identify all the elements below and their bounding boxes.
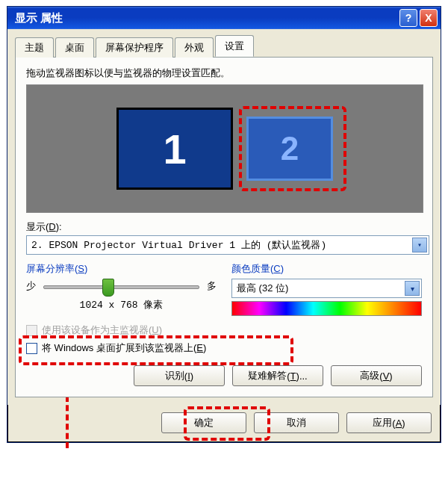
- primary-monitor-checkbox: 使用该设备作为主监视器(U): [26, 323, 422, 337]
- help-icon: ?: [405, 12, 412, 24]
- display-field: 显示(D): 2. EPSON Projector Virtual Driver…: [26, 220, 422, 255]
- tab-appearance-label: 外观: [184, 42, 204, 53]
- extend-desktop-label: 将 Windows 桌面扩展到该监视器上(E): [42, 341, 206, 355]
- primary-monitor-label: 使用该设备作为主监视器(U): [42, 323, 162, 337]
- extend-desktop-label-text: 将 Windows 桌面扩展到该监视器上: [42, 342, 193, 353]
- tab-theme-label: 主题: [25, 42, 44, 53]
- troubleshoot-button[interactable]: 疑难解答(T)...: [232, 365, 323, 386]
- resolution-value: 1024 x 768 像素: [26, 298, 217, 311]
- color-title-text: 颜色质量: [231, 263, 270, 274]
- color-spectrum: [231, 301, 422, 316]
- close-button[interactable]: X: [420, 9, 438, 27]
- tab-appearance[interactable]: 外观: [175, 37, 214, 58]
- resolution-title-text: 屏幕分辨率: [26, 263, 75, 274]
- monitor-2-label: 2: [281, 130, 299, 167]
- identify-button[interactable]: 识别(I): [134, 365, 225, 386]
- help-button[interactable]: ?: [399, 9, 417, 27]
- resolution-hotkey: S: [78, 263, 84, 274]
- color-quality-select[interactable]: 最高 (32 位) ▾: [231, 279, 422, 298]
- tabstrip: 主题 桌面 屏幕保护程序 外观 设置: [15, 35, 433, 57]
- tab-screensaver-label: 屏幕保护程序: [105, 42, 164, 53]
- resolution-more-label: 多: [207, 279, 217, 293]
- tab-screensaver[interactable]: 屏幕保护程序: [96, 37, 173, 58]
- checkbox-box-disabled: [26, 325, 37, 336]
- color-hotkey: C: [273, 263, 280, 274]
- tab-theme[interactable]: 主题: [15, 37, 54, 58]
- display-label-text: 显示: [26, 221, 46, 232]
- checkbox-box[interactable]: [26, 343, 37, 354]
- troubleshoot-hotkey: T: [290, 371, 296, 382]
- monitor-1-label: 1: [163, 125, 186, 173]
- display-hotkey: D: [49, 221, 55, 232]
- chevron-down-icon: ▾: [412, 238, 427, 252]
- monitor-preview: 1 2: [26, 84, 423, 213]
- resolution-less-label: 少: [26, 279, 36, 293]
- advanced-hotkey: V: [383, 371, 390, 382]
- window-title: 显示 属性: [15, 11, 63, 25]
- resolution-title: 屏幕分辨率(S): [26, 262, 217, 276]
- tab-settings-label: 设置: [225, 40, 244, 52]
- extend-desktop-checkbox[interactable]: 将 Windows 桌面扩展到该监视器上(E): [26, 341, 422, 355]
- display-select-value: 2. EPSON Projector Virtual Driver 1 上的 (…: [31, 238, 412, 252]
- monitor-1[interactable]: 1: [116, 108, 233, 190]
- primary-monitor-label-text: 使用该设备作为主监视器: [42, 324, 149, 335]
- resolution-slider-row: 少 多: [26, 279, 217, 294]
- cancel-button-label: 取消: [287, 416, 306, 430]
- tab-settings[interactable]: 设置: [215, 35, 254, 57]
- apply-button-label: 应用: [373, 416, 392, 430]
- monitor-2[interactable]: 2: [246, 117, 333, 181]
- cancel-button[interactable]: 取消: [254, 412, 339, 433]
- instruction-text: 拖动监视器图标以便与监视器的物理设置匹配。: [26, 66, 422, 80]
- advanced-button[interactable]: 高级(V): [331, 365, 422, 386]
- slider-track: [43, 285, 199, 289]
- tab-desktop[interactable]: 桌面: [55, 37, 94, 58]
- color-group: 颜色质量(C) 最高 (32 位) ▾: [231, 262, 422, 316]
- display-select[interactable]: 2. EPSON Projector Virtual Driver 1 上的 (…: [26, 235, 429, 255]
- tab-panel-settings: 拖动监视器图标以便与监视器的物理设置匹配。 1 2 显示(D): 2. EPSO…: [15, 57, 433, 397]
- display-properties-window: 显示 属性 ? X 主题 桌面 屏幕保护程序 外观 设置 拖动监视器图标以便与监…: [7, 6, 441, 443]
- color-title: 颜色质量(C): [231, 262, 422, 276]
- ok-button-label: 确定: [194, 416, 214, 430]
- monitor-2-wrap: 2: [246, 117, 333, 181]
- advanced-button-label: 高级: [360, 369, 379, 382]
- troubleshoot-button-label: 疑难解答: [248, 369, 287, 382]
- slider-thumb[interactable]: [102, 279, 114, 297]
- apply-hotkey: A: [396, 418, 402, 429]
- display-label: 显示(D):: [26, 221, 62, 232]
- color-quality-value: 最高 (32 位): [237, 282, 405, 295]
- identify-hotkey: I: [187, 371, 190, 382]
- apply-button[interactable]: 应用(A): [346, 412, 432, 433]
- tab-desktop-label: 桌面: [65, 42, 84, 53]
- client-area: 主题 桌面 屏幕保护程序 外观 设置 拖动监视器图标以便与监视器的物理设置匹配。…: [7, 29, 441, 405]
- resolution-slider[interactable]: [43, 279, 199, 294]
- chevron-down-icon: ▾: [405, 281, 420, 296]
- resolution-color-row: 屏幕分辨率(S) 少 多 1024 x 768 像素 颜色质量(C): [26, 262, 422, 316]
- ok-button[interactable]: 确定: [161, 412, 246, 433]
- settings-button-row: 识别(I) 疑难解答(T)... 高级(V): [26, 365, 422, 386]
- primary-monitor-hotkey: U: [152, 324, 158, 335]
- resolution-group: 屏幕分辨率(S) 少 多 1024 x 768 像素: [26, 262, 217, 316]
- close-icon: X: [425, 12, 432, 24]
- identify-button-label: 识别: [165, 369, 184, 382]
- titlebar[interactable]: 显示 属性 ? X: [7, 7, 441, 29]
- extend-desktop-hotkey: E: [196, 342, 203, 353]
- dialog-button-row: 确定 取消 应用(A): [7, 405, 441, 442]
